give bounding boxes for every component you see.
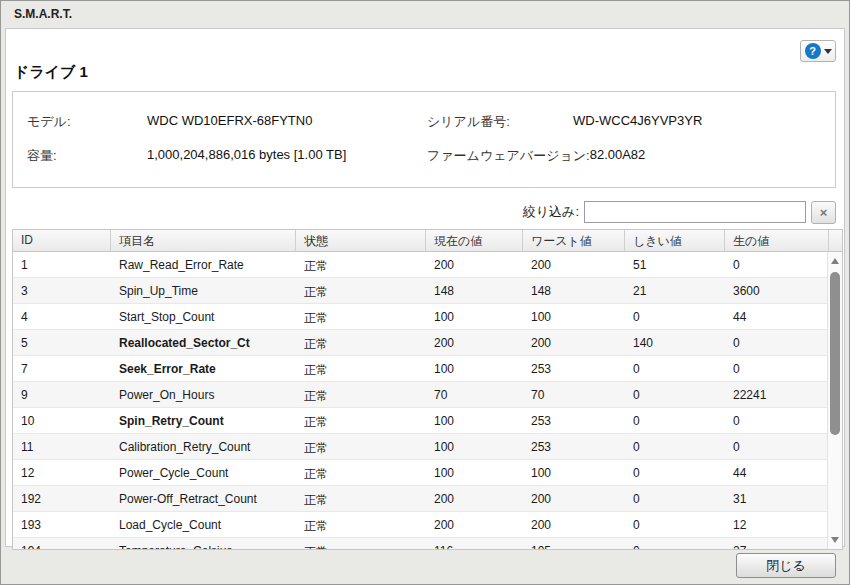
column-header-raw[interactable]: 生の値 xyxy=(725,230,829,251)
table-row[interactable]: 11Calibration_Retry_Count正常10025300 xyxy=(13,434,842,460)
cell-current-value: 100 xyxy=(426,434,523,459)
drive-info-box: モデル: WDC WD10EFRX-68FYTN0 シリアル番号: WD-WCC… xyxy=(12,91,836,188)
close-button[interactable]: 閉じる xyxy=(736,553,836,578)
cell-status: 正常 xyxy=(296,356,426,381)
dialog-content-panel: ? ドライブ 1 モデル: WDC WD10EFRX-68FYTN0 シリアル番… xyxy=(5,28,845,547)
filter-row: 絞り込み: × xyxy=(523,200,836,224)
table-row[interactable]: 3Spin_Up_Time正常148148213600 xyxy=(13,278,842,304)
serial-label: シリアル番号: xyxy=(427,113,573,131)
cell-id: 1 xyxy=(13,252,111,277)
info-row-1: モデル: WDC WD10EFRX-68FYTN0 シリアル番号: WD-WCC… xyxy=(27,105,835,139)
table-row[interactable]: 12Power_Cycle_Count正常100100044 xyxy=(13,460,842,486)
table-row[interactable]: 7Seek_Error_Rate正常10025300 xyxy=(13,356,842,382)
cell-raw-value: 0 xyxy=(725,330,829,355)
column-header-name[interactable]: 項目名 xyxy=(111,230,296,251)
table-row[interactable]: 4Start_Stop_Count正常100100044 xyxy=(13,304,842,330)
cell-attribute-name: Load_Cycle_Count xyxy=(111,512,296,537)
cell-worst-value: 253 xyxy=(523,408,625,433)
cell-worst-value: 200 xyxy=(523,330,625,355)
cell-raw-value: 31 xyxy=(725,486,829,511)
cell-threshold-value: 21 xyxy=(625,278,725,303)
column-header-status[interactable]: 状態 xyxy=(296,230,426,251)
help-icon: ? xyxy=(805,43,821,59)
cell-status: 正常 xyxy=(296,304,426,329)
cell-worst-value: 200 xyxy=(523,252,625,277)
cell-worst-value: 70 xyxy=(523,382,625,407)
cell-attribute-name: Power_On_Hours xyxy=(111,382,296,407)
cell-raw-value: 22241 xyxy=(725,382,829,407)
scrollbar-thumb[interactable] xyxy=(830,272,840,435)
cell-threshold-value: 0 xyxy=(625,512,725,537)
scroll-down-icon[interactable] xyxy=(831,537,839,543)
filter-label: 絞り込み: xyxy=(523,203,579,221)
column-header-worst[interactable]: ワースト値 xyxy=(523,230,625,251)
cell-worst-value: 100 xyxy=(523,460,625,485)
table-row[interactable]: 192Power-Off_Retract_Count正常200200031 xyxy=(13,486,842,512)
cell-id: 10 xyxy=(13,408,111,433)
cell-raw-value: 0 xyxy=(725,408,829,433)
scrollbar[interactable] xyxy=(827,252,842,549)
cell-id: 5 xyxy=(13,330,111,355)
info-row-2: 容量: 1,000,204,886,016 bytes [1.00 TB] ファ… xyxy=(27,139,835,173)
cell-worst-value: 200 xyxy=(523,512,625,537)
cell-id: 4 xyxy=(13,304,111,329)
cell-worst-value: 148 xyxy=(523,278,625,303)
cell-status: 正常 xyxy=(296,382,426,407)
cell-worst-value: 253 xyxy=(523,356,625,381)
cell-current-value: 100 xyxy=(426,356,523,381)
column-header-filler xyxy=(829,230,844,251)
table-row[interactable]: 10Spin_Retry_Count正常10025300 xyxy=(13,408,842,434)
cell-attribute-name: Power_Cycle_Count xyxy=(111,460,296,485)
filter-clear-button[interactable]: × xyxy=(811,201,836,224)
capacity-value: 1,000,204,886,016 bytes [1.00 TB] xyxy=(147,147,352,165)
cell-id: 3 xyxy=(13,278,111,303)
cell-status: 正常 xyxy=(296,252,426,277)
cell-raw-value: 0 xyxy=(725,356,829,381)
chevron-down-icon xyxy=(824,49,832,54)
help-button[interactable]: ? xyxy=(800,40,836,62)
cell-current-value: 200 xyxy=(426,252,523,277)
cell-status: 正常 xyxy=(296,330,426,355)
cell-worst-value: 100 xyxy=(523,304,625,329)
column-header-id[interactable]: ID xyxy=(13,230,111,251)
cell-id: 192 xyxy=(13,486,111,511)
cell-raw-value: 0 xyxy=(725,434,829,459)
cell-status: 正常 xyxy=(296,512,426,537)
cell-current-value: 200 xyxy=(426,486,523,511)
cell-id: 7 xyxy=(13,356,111,381)
cell-status: 正常 xyxy=(296,460,426,485)
cell-attribute-name: Spin_Up_Time xyxy=(111,278,296,303)
cell-threshold-value: 0 xyxy=(625,382,725,407)
smart-attribute-table: ID項目名状態現在の値ワースト値しきい値生の値 1Raw_Read_Error_… xyxy=(12,229,843,550)
cell-threshold-value: 0 xyxy=(625,356,725,381)
cell-threshold-value: 0 xyxy=(625,408,725,433)
cell-worst-value: 200 xyxy=(523,486,625,511)
model-value: WDC WD10EFRX-68FYTN0 xyxy=(147,113,318,131)
cell-threshold-value: 51 xyxy=(625,252,725,277)
cell-current-value: 100 xyxy=(426,460,523,485)
column-header-current[interactable]: 現在の値 xyxy=(426,230,523,251)
scroll-up-icon[interactable] xyxy=(831,258,839,264)
cell-attribute-name: Power-Off_Retract_Count xyxy=(111,486,296,511)
cell-id: 11 xyxy=(13,434,111,459)
cell-status: 正常 xyxy=(296,278,426,303)
cell-raw-value: 12 xyxy=(725,512,829,537)
cell-threshold-value: 0 xyxy=(625,460,725,485)
cell-status: 正常 xyxy=(296,434,426,459)
table-row[interactable]: 193Load_Cycle_Count正常200200012 xyxy=(13,512,842,538)
table-row[interactable]: 9Power_On_Hours正常7070022241 xyxy=(13,382,842,408)
table-header: ID項目名状態現在の値ワースト値しきい値生の値 xyxy=(13,230,842,252)
window-titlebar: S.M.A.R.T. xyxy=(1,1,849,28)
cell-id: 9 xyxy=(13,382,111,407)
capacity-label: 容量: xyxy=(27,147,147,165)
table-row[interactable]: 1Raw_Read_Error_Rate正常200200510 xyxy=(13,252,842,278)
drive-title: ドライブ 1 xyxy=(14,63,88,82)
cell-threshold-value: 0 xyxy=(625,304,725,329)
table-row[interactable]: 5Reallocated_Sector_Ct正常2002001400 xyxy=(13,330,842,356)
firmware-label: ファームウェアバージョン: xyxy=(427,147,590,165)
cell-raw-value: 0 xyxy=(725,252,829,277)
firmware-value: 82.00A82 xyxy=(590,147,652,165)
cell-threshold-value: 140 xyxy=(625,330,725,355)
column-header-threshold[interactable]: しきい値 xyxy=(625,230,725,251)
filter-input[interactable] xyxy=(584,201,806,223)
